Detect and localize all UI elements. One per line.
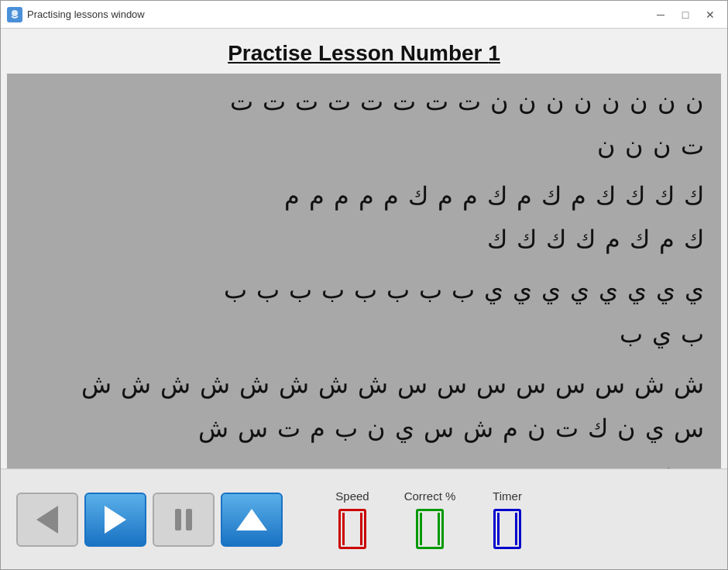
page-title: Practise Lesson Number 1 (1, 29, 727, 74)
minimize-button[interactable]: ─ (650, 6, 671, 23)
arabic-char: ن (656, 452, 684, 469)
arabic-char: ش (314, 364, 353, 405)
arabic-char: ك (541, 219, 571, 260)
arabic-char: س (511, 364, 551, 405)
arabic-char: ش (669, 364, 709, 405)
arabic-char: س (393, 364, 432, 405)
arabic-char: ن (569, 81, 597, 122)
arabic-char: ك (482, 176, 512, 217)
arabic-char: ن (362, 408, 390, 449)
title-bar-controls: ─ □ ✕ (650, 6, 721, 23)
app-icon (7, 7, 22, 22)
arabic-char: ن (541, 81, 569, 122)
row-group-4: ش ش س س س س س س ش ش ش ش ش ش ش ش (19, 364, 709, 469)
arabic-char: ي (508, 270, 537, 311)
arabic-char: ن (620, 125, 648, 167)
arabic-char: ن (648, 125, 676, 167)
window-content: Practise Lesson Number 1 ن ن ن ن ن ن ن ن… (1, 29, 727, 569)
arabic-char: ن (625, 81, 653, 122)
arabic-char: ي (565, 270, 594, 311)
arabic-char: ش (194, 408, 233, 449)
arabic-char: ت (591, 452, 623, 469)
arabic-char: ت (258, 81, 290, 122)
arabic-char: ش (235, 364, 274, 405)
arabic-char: م (566, 176, 591, 217)
arabic-char: ب (317, 270, 349, 311)
arabic-char: ن (513, 81, 541, 122)
svg-point-0 (12, 10, 18, 16)
arabic-char: ت (388, 81, 421, 122)
arabic-char: ي (651, 270, 680, 311)
arabic-char: ك (583, 408, 613, 449)
arabic-char: ي (390, 408, 419, 449)
arabic-char: ي (537, 270, 565, 311)
arabic-char: س (551, 364, 590, 405)
arabic-char: ك (650, 176, 679, 217)
arabic-char: س (669, 408, 709, 449)
maximize-button[interactable]: □ (675, 6, 696, 23)
arabic-row-9: م ن ب ت (19, 452, 709, 469)
arabic-char: ن (592, 125, 620, 167)
arabic-char: ت (290, 81, 323, 122)
arabic-char: ش (353, 364, 393, 405)
stats-labels: Speed Correct % Timer (314, 489, 546, 503)
arabic-char: ن (486, 81, 513, 122)
arabic-char: س (472, 364, 511, 405)
correct-label: Correct % (391, 489, 469, 503)
row-group-2: ك ك ك ك م ك م ك م م ك م م م م م (19, 176, 709, 261)
timer-label: Timer (469, 489, 546, 503)
arrow-right-icon (105, 506, 126, 534)
arabic-char: ك (679, 219, 709, 260)
arabic-row-8: س ي ن ك ت ن م ش س ي ن ب م ت س ش (19, 408, 709, 449)
arabic-row-2: ت ن ن ن (19, 125, 709, 167)
arabic-char: م (354, 176, 379, 217)
title-bar-left: Practising lessons window (7, 7, 145, 22)
bottom-bar: Speed Correct % Timer (1, 469, 727, 569)
arabic-char: ت (225, 81, 258, 122)
up-button[interactable] (221, 493, 283, 547)
arabic-row-4: ك م ك م ك ك ك ك (19, 219, 709, 260)
arabic-char: ت (355, 81, 388, 122)
arabic-row-7: ش ش س س س س س س ش ش ش ش ش ش ش ش (19, 364, 709, 405)
arabic-char: ي (640, 408, 669, 449)
stats-area: Speed Correct % Timer (314, 489, 546, 549)
arabic-char: ت (421, 81, 453, 122)
arabic-char: ك (620, 176, 650, 217)
arabic-char: ن (597, 81, 625, 122)
pause-button[interactable] (153, 493, 215, 547)
close-button[interactable]: ✕ (699, 6, 721, 23)
arabic-char: س (233, 408, 273, 449)
title-bar: Practising lessons window ─ □ ✕ (1, 1, 727, 29)
arabic-row-5: ي ي ي ي ي ي ي ي ب ب ب ب ب ب ب ب (19, 270, 709, 311)
arabic-char: م (654, 219, 679, 260)
arabic-char: ي (680, 270, 709, 311)
arabic-char: ب (623, 452, 656, 469)
arabic-char: م (280, 176, 304, 217)
arabic-row-1: ن ن ن ن ن ن ن ن ت ت ت ت ت ت ت ت (19, 81, 709, 122)
arabic-char: ن (681, 81, 709, 122)
arabic-char: ك (591, 176, 620, 217)
arabic-char: ش (156, 364, 195, 405)
arabic-char: ش (77, 364, 116, 405)
arabic-char: م (304, 176, 329, 217)
arabic-char: ب (219, 270, 252, 311)
arabic-content-area[interactable]: ن ن ن ن ن ن ن ن ت ت ت ت ت ت ت ت (7, 74, 721, 469)
arabic-char: س (419, 408, 458, 449)
arabic-row-6: ب ي ب (19, 314, 709, 355)
arabic-char: س (432, 364, 472, 405)
arabic-char: ك (403, 176, 433, 217)
arabic-char: ش (630, 364, 669, 405)
arabic-char: س (590, 364, 630, 405)
prev-button[interactable] (16, 493, 78, 547)
arrow-up-icon (236, 509, 267, 531)
row-group-3: ي ي ي ي ي ي ي ي ب ب ب ب ب ب ب ب (19, 270, 709, 355)
next-button[interactable] (84, 493, 146, 547)
arabic-char: ب (414, 270, 447, 311)
arabic-char: ب (349, 270, 382, 311)
arabic-char: م (600, 219, 625, 260)
speed-label: Speed (314, 489, 391, 503)
arabic-char: ي (479, 270, 508, 311)
nav-buttons (16, 493, 283, 547)
arabic-char: ي (647, 314, 676, 355)
arabic-char: م (512, 176, 537, 217)
